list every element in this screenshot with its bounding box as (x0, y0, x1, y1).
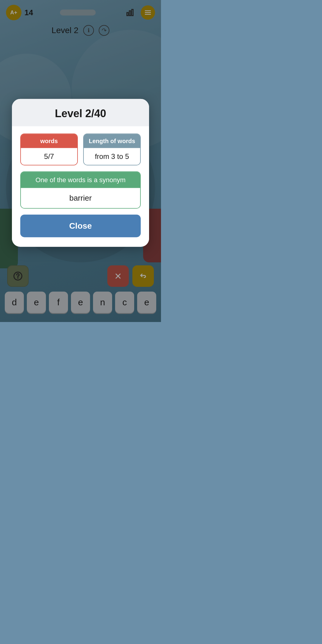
info-row: words 5/7 Length of words from 3 to 5 (20, 134, 141, 165)
modal-title: Level 2/40 (55, 107, 106, 120)
length-card: Length of words from 3 to 5 (83, 134, 141, 165)
synonym-card: One of the words is a synonym barrier (20, 171, 141, 209)
words-card-header: words (21, 134, 77, 148)
length-card-body: from 3 to 5 (84, 148, 140, 165)
length-card-value: from 3 to 5 (95, 152, 129, 160)
words-card-body: 5/7 (21, 148, 77, 165)
length-card-header: Length of words (84, 134, 140, 148)
words-card-header-label: words (40, 138, 58, 144)
close-button-label: Close (69, 221, 92, 230)
modal-header: Level 2/40 (12, 99, 149, 126)
info-modal: Level 2/40 words 5/7 Length of words fro… (12, 99, 149, 247)
length-card-header-label: Length of words (89, 138, 135, 144)
words-card-value: 5/7 (44, 152, 54, 160)
words-card: words 5/7 (20, 134, 78, 165)
synonym-card-header: One of the words is a synonym (21, 172, 140, 188)
modal-body: words 5/7 Length of words from 3 to 5 On… (12, 126, 149, 247)
synonym-card-body: barrier (21, 188, 140, 208)
close-button[interactable]: Close (20, 215, 141, 237)
synonym-card-header-label: One of the words is a synonym (35, 176, 126, 184)
synonym-card-value: barrier (69, 193, 92, 202)
